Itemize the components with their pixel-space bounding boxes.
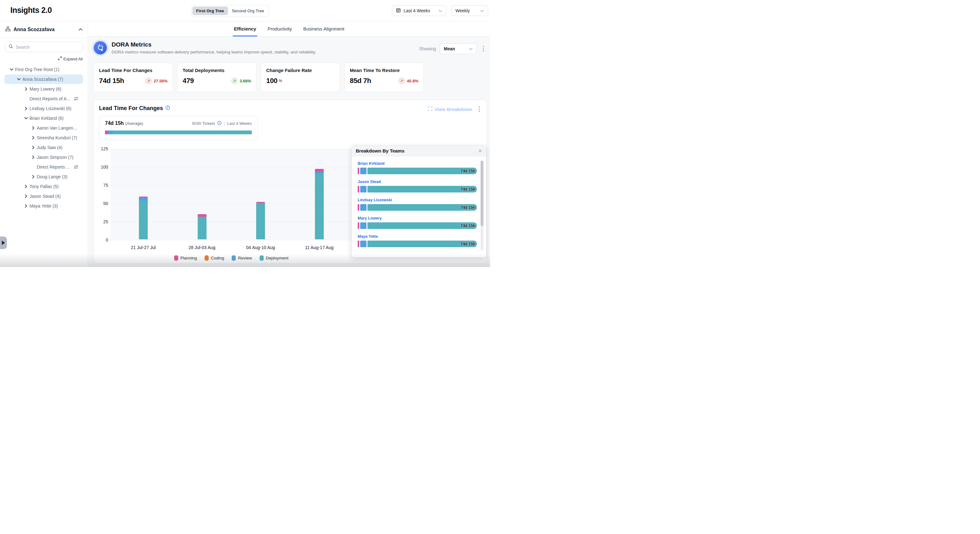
breakdown-team-link[interactable]: Lindsay Liszewski	[358, 198, 477, 202]
tree-item[interactable]: Brian Kirkland (6)	[5, 113, 83, 123]
legend-label: Review	[238, 256, 252, 260]
dora-title: DORA Metrics	[111, 41, 316, 48]
dora-kebab-menu[interactable]	[480, 45, 486, 53]
date-range-select[interactable]: Last 4 Weeks	[392, 5, 446, 16]
bar-segment-review	[139, 198, 148, 201]
chevron-down-icon[interactable]	[17, 78, 21, 81]
breakdown-row: Jason Stead74d 15h	[358, 180, 477, 193]
legend-item-planning[interactable]: Planning	[174, 255, 197, 261]
tree-item[interactable]: Direct Reports of A...	[5, 94, 83, 104]
tree-item[interactable]: Sireesha Kunduri (7)	[5, 133, 83, 142]
breakdown-team-link[interactable]: Jason Stead	[358, 180, 477, 184]
avg-bar-segment-review	[108, 131, 113, 134]
x-axis-label: 21 Jul-27 Jul	[120, 245, 167, 250]
metric-card-value: 100	[266, 77, 278, 85]
filter-sliders-icon[interactable]	[73, 164, 79, 169]
y-axis-tick: 0	[96, 238, 108, 242]
tree-item[interactable]: Jason Stead (4)	[5, 191, 83, 201]
average-value: 74d 15h	[105, 120, 124, 126]
tree-item[interactable]: Doug Lange (3)	[5, 172, 83, 182]
close-icon[interactable]: ✕	[478, 148, 482, 153]
tab-productivity[interactable]: Productivity	[267, 21, 292, 37]
legend-swatch	[232, 255, 236, 261]
info-icon[interactable]	[217, 121, 221, 126]
expand-all-label: Expand All	[64, 57, 83, 61]
showing-value: Mean	[444, 46, 455, 51]
breakdown-value: 74d 15h	[460, 242, 475, 246]
chevron-down-icon[interactable]	[10, 68, 14, 71]
org-tree-toggle-first[interactable]: First Org Tree	[192, 6, 228, 15]
metric-card: Lead Time For Changes74d 15h↗27.56%	[94, 62, 173, 92]
trend-up-arrow-icon: ↗	[231, 77, 238, 84]
tree-item-label: Aaron Van Langen...	[37, 126, 77, 131]
breakdown-row: Mary Lowery74d 15h	[358, 216, 477, 229]
breakdown-segment-review	[360, 222, 366, 229]
chevron-right-icon[interactable]	[24, 107, 28, 110]
tree-item-label: Lindsay Liszewski (8)	[30, 106, 72, 111]
tree-item[interactable]: Maya Yette (3)	[5, 201, 83, 211]
search-input[interactable]	[16, 45, 80, 50]
breakdown-bar: 74d 15h	[358, 222, 477, 229]
legend-item-coding[interactable]: Coding	[205, 255, 224, 261]
chevron-right-icon[interactable]	[24, 87, 28, 91]
chevron-right-icon[interactable]	[31, 136, 35, 140]
tree-item[interactable]: Mary Lowery (6)	[5, 84, 83, 94]
tree-item[interactable]: Jason Simpson (7)	[5, 153, 83, 162]
section-kebab-menu[interactable]	[476, 105, 482, 113]
sidebar-expand-handle[interactable]	[0, 236, 7, 249]
bar-segment-planning	[198, 214, 207, 217]
legend-item-deployment[interactable]: Deployment	[259, 255, 288, 261]
filter-sliders-icon[interactable]	[73, 96, 79, 101]
date-range-value: Last 4 Weeks	[404, 8, 430, 13]
tree-item[interactable]: Tony Pallas (5)	[5, 182, 83, 191]
breakdown-team-link[interactable]: Mary Lowery	[358, 216, 477, 220]
info-icon[interactable]	[165, 105, 170, 111]
chevron-down-icon	[439, 8, 442, 13]
chevron-down-icon[interactable]	[24, 117, 28, 120]
bar-segment-deployment	[256, 203, 265, 239]
breakdown-team-link[interactable]: Brian Kirkland	[358, 161, 477, 166]
chevron-right-icon[interactable]	[31, 155, 35, 159]
tree-item-label: Anna Scozzafava (7)	[22, 77, 63, 82]
legend-item-review[interactable]: Review	[232, 255, 252, 261]
metric-card: Total Deployments479↗3.68%	[177, 62, 256, 92]
chevron-right-icon[interactable]	[31, 146, 35, 149]
search-icon	[8, 44, 13, 50]
showing-select[interactable]: Mean	[440, 43, 477, 54]
breakdown-team-link[interactable]: Maya Yette	[358, 234, 477, 239]
tab-efficiency[interactable]: Efficiency	[234, 21, 256, 37]
breakdown-segment-deployment: 74d 15h	[368, 186, 477, 193]
chart-bar	[315, 169, 324, 239]
chevron-right-icon[interactable]	[31, 126, 35, 130]
org-tree-sidebar: Anna Scozzafava Expand All First Org Tre…	[0, 21, 88, 267]
main-tabs: EfficiencyProductivityBusiness Alignment	[88, 21, 490, 37]
metric-card-value: 74d 15h	[99, 77, 124, 85]
sidebar-header: Anna Scozzafava	[0, 21, 88, 38]
chevron-right-icon[interactable]	[31, 175, 35, 179]
tree-item[interactable]: Judy Saw (4)	[5, 143, 83, 152]
tree-item[interactable]: Lindsay Liszewski (8)	[5, 104, 83, 113]
expand-all-button[interactable]: Expand All	[58, 56, 83, 61]
tab-business-alignment[interactable]: Business Alignment	[303, 21, 344, 37]
expand-all-icon	[58, 56, 62, 61]
metric-card-value-row: 479↗3.68%	[183, 77, 251, 85]
average-period: Last 4 Weeks	[227, 121, 252, 126]
chevron-right-icon[interactable]	[24, 185, 28, 188]
chevron-right-icon[interactable]	[24, 194, 28, 198]
avg-bar-segment-deployment	[113, 131, 252, 134]
legend-swatch	[259, 255, 264, 261]
org-tree-toggle-second[interactable]: Second Org Tree	[228, 6, 268, 15]
panel-scrollbar-thumb[interactable]	[480, 161, 484, 226]
view-breakdown-button[interactable]: View Breakdown	[428, 106, 472, 112]
granularity-select[interactable]: Weekly	[451, 5, 488, 16]
tree-item[interactable]: Anna Scozzafava (7)	[5, 75, 83, 84]
breakdown-segment-review	[360, 241, 366, 247]
tree-item[interactable]: Direct Reports ...	[5, 162, 83, 172]
chevron-right-icon[interactable]	[24, 204, 28, 208]
tree-item[interactable]: First Org Tree Root (1)	[5, 65, 83, 74]
sidebar-collapse-chevron-up-icon[interactable]	[79, 28, 83, 31]
chart-bar	[198, 214, 207, 239]
divider: |	[224, 121, 225, 126]
breakdown-panel-header: Breakdown By Teams ✕	[352, 146, 486, 156]
tree-item[interactable]: Aaron Van Langen...	[5, 123, 83, 133]
